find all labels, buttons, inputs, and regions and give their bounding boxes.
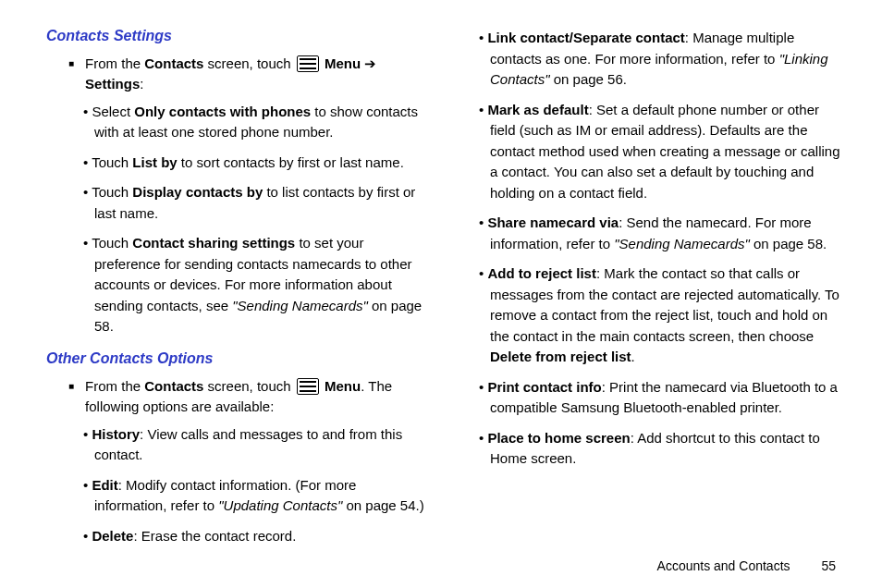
b: Mark as default [487,102,588,117]
t: : View calls and messages to and from th… [94,426,402,463]
list-item: Delete: Erase the contact record. [94,526,427,547]
b: Edit [92,477,117,493]
b: Share namecard via [487,214,619,230]
b: Print contact info [487,379,601,395]
square-bullet-icon: ■ [68,380,74,417]
page-number: 55 [821,558,836,573]
menu-word: Menu [325,378,361,394]
menu-word: Menu [325,55,361,71]
intro-text: From the Contacts screen, touch Menu. Th… [85,376,427,417]
settings-word: Settings [85,76,140,92]
b: Place to home screen [487,430,630,446]
list-item: Print contact info: Print the namecard v… [490,377,845,419]
ref: "Sending Namecards" [614,236,750,251]
t: screen, touch [203,378,294,394]
arrow: ➔ [361,55,376,71]
list-item: Edit: Modify contact information. (For m… [94,475,427,517]
t: on page 54.) [342,497,423,513]
b: Link contact/Separate contact [487,30,684,45]
options-list-right: Link contact/Separate contact: Manage mu… [464,28,845,470]
list-item: Add to reject list: Mark the contact so … [490,263,845,368]
list-item: Share namecard via: Send the namecard. F… [490,213,845,254]
t: Touch [92,235,132,251]
settings-list: Select Only contacts with phones to show… [46,102,427,337]
t: on page 58. [750,236,827,251]
list-item: History: View calls and messages to and … [94,424,427,466]
b: Delete from reject list [490,349,631,364]
options-list-left: History: View calls and messages to and … [46,424,427,547]
list-item: Touch Contact sharing settings to set yo… [94,233,427,337]
heading-other-options: Other Contacts Options [46,350,427,367]
heading-contacts-settings: Contacts Settings [46,28,427,44]
list-item: Mark as default: Set a default phone num… [490,100,845,204]
ref: "Updating Contacts" [218,497,342,513]
t: on page 56. [550,71,627,87]
t: screen, touch [203,55,294,71]
t: . [631,349,635,364]
t: : Erase the contact record. [133,528,296,544]
b: Only contacts with phones [134,104,311,119]
menu-icon [297,55,319,72]
t: to sort contacts by first or last name. [178,154,404,170]
contacts-word: Contacts [144,55,203,71]
menu-icon [297,378,319,395]
t: : [140,76,143,92]
page-footer: Accounts and Contacts 55 [657,558,836,573]
t: Select [92,104,134,119]
intro-other-options: ■ From the Contacts screen, touch Menu. … [68,376,427,417]
t: Touch [92,184,132,200]
b: Delete [92,528,133,544]
square-bullet-icon: ■ [68,57,74,94]
b: Add to reject list [487,265,596,281]
t: From the [85,378,144,394]
t: Touch [92,154,132,170]
left-column: Contacts Settings ■ From the Contacts sc… [46,28,446,579]
right-column: Link contact/Separate contact: Manage mu… [446,28,845,579]
t: From the [85,55,144,71]
footer-section: Accounts and Contacts [657,558,790,573]
ref: "Sending Namecards" [232,298,368,313]
page: Contacts Settings ■ From the Contacts sc… [0,0,882,588]
b: History [92,426,140,442]
contacts-word: Contacts [144,378,203,394]
b: List by [132,154,177,170]
b: Display contacts by [132,184,263,200]
b: Contact sharing settings [132,235,295,251]
list-item: Select Only contacts with phones to show… [94,102,427,143]
list-item: Place to home screen: Add shortcut to th… [490,428,845,470]
list-item: Touch Display contacts by to list contac… [94,182,427,224]
list-item: Touch List by to sort contacts by first … [94,153,427,174]
intro-contacts-settings: ■ From the Contacts screen, touch Menu ➔… [68,54,427,94]
intro-text: From the Contacts screen, touch Menu ➔ S… [85,54,427,94]
list-item: Link contact/Separate contact: Manage mu… [490,28,845,91]
